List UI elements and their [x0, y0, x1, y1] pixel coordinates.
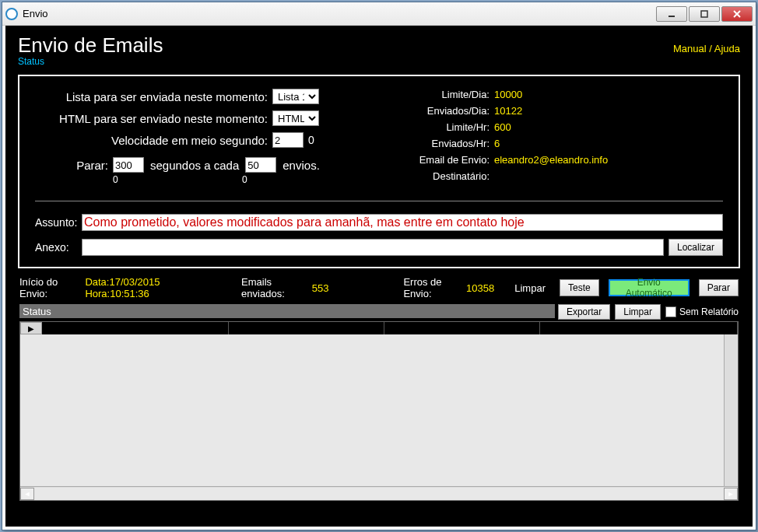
parar-end-text: envios.: [282, 159, 320, 172]
limite-hr-value: 600: [494, 121, 511, 133]
assunto-input[interactable]: [82, 214, 723, 231]
limite-dia-value: 10000: [494, 89, 522, 100]
help-link[interactable]: Manual / Ajuda: [673, 43, 740, 54]
velocidade-label: Velocidade em meio segundo:: [35, 134, 272, 147]
form-column: Lista para ser enviada neste momento: Li…: [35, 89, 370, 187]
teste-button[interactable]: Teste: [560, 279, 599, 296]
parar-sub1: 0: [113, 174, 144, 185]
parar-sub2: 0: [242, 174, 273, 185]
minimize-button[interactable]: [656, 6, 687, 22]
divider: [35, 201, 723, 201]
html-select[interactable]: HTML 1: [272, 110, 319, 126]
parar-mid-text: segundos a cada: [150, 159, 239, 172]
page-title: Envio de Emails: [18, 33, 163, 58]
horizontal-scrollbar[interactable]: ◄ ►: [20, 486, 738, 500]
grid-col-4[interactable]: [540, 322, 738, 334]
stats-column: Limite/Dia:10000 Enviados/Dia:10122 Limi…: [401, 89, 723, 187]
results-grid: ▶ ◄ ►: [19, 321, 739, 501]
status-header: Status: [19, 304, 555, 318]
status-header-label: Status: [23, 306, 51, 317]
enviados-dia-label: Enviados/Dia:: [401, 105, 494, 117]
anexo-label: Anexo:: [35, 241, 82, 254]
limpar-button[interactable]: Limpar: [615, 304, 661, 320]
inicio-label: Início do Envio:: [19, 276, 82, 299]
lista-label: Lista para ser enviada neste momento:: [35, 90, 272, 103]
email-envio-value: eleandro2@eleandro.info: [494, 154, 608, 166]
window-title: Envio: [23, 8, 48, 19]
scroll-right-icon[interactable]: ►: [724, 488, 738, 500]
limpar-link[interactable]: Limpar: [514, 282, 546, 294]
velocidade-input[interactable]: [272, 132, 304, 148]
client-area: Envio de Emails Status Manual / Ajuda Li…: [5, 26, 753, 527]
app-icon: [5, 8, 18, 20]
titlebar: Envio: [2, 2, 756, 26]
info-bar: Início do Envio: Data:17/03/2015 Hora:10…: [19, 276, 739, 299]
config-panel: Lista para ser enviada neste momento: Li…: [18, 75, 740, 268]
scroll-left-icon[interactable]: ◄: [20, 488, 34, 500]
inicio-value: Data:17/03/2015 Hora:10:51:36: [85, 276, 213, 299]
parar-label: Parar:: [35, 159, 113, 172]
enviados-hr-value: 6: [494, 138, 500, 149]
maximize-button[interactable]: [689, 6, 720, 22]
limite-dia-label: Limite/Dia:: [401, 89, 494, 100]
grid-col-2[interactable]: [229, 322, 384, 334]
parar-button[interactable]: Parar: [699, 279, 739, 296]
enviados-label: Emails enviados:: [241, 276, 309, 299]
sem-relatorio-checkbox[interactable]: [665, 306, 676, 317]
grid-col-1[interactable]: [42, 322, 229, 334]
html-label: HTML para ser enviado neste momento:: [35, 112, 272, 125]
envio-automatico-button[interactable]: Envio Automático: [609, 279, 690, 296]
erros-value: 10358: [466, 282, 494, 294]
velocidade-sub: 0: [308, 134, 314, 146]
grid-header: ▶: [20, 322, 738, 334]
erros-label: Erros de Envio:: [403, 276, 463, 299]
row-marker: ▶: [20, 322, 42, 334]
enviados-dia-value: 10122: [494, 105, 522, 117]
email-envio-label: Email de Envio:: [401, 154, 494, 166]
scroll-track[interactable]: [34, 488, 724, 500]
enviados-hr-label: Enviados/Hr:: [401, 138, 494, 149]
status-tag: Status: [18, 56, 163, 67]
exportar-button[interactable]: Exportar: [558, 304, 610, 320]
assunto-label: Assunto:: [35, 216, 82, 229]
parar-count-input[interactable]: [245, 157, 276, 173]
localizar-button[interactable]: Localizar: [669, 239, 723, 256]
close-button[interactable]: [721, 6, 753, 22]
sem-relatorio-label: Sem Relatório: [679, 306, 739, 317]
vertical-scrollbar[interactable]: [724, 334, 738, 486]
destinatario-label: Destinatário:: [401, 170, 494, 182]
enviados-value: 553: [312, 282, 329, 294]
grid-col-3[interactable]: [384, 322, 540, 334]
window-buttons: [654, 6, 753, 22]
parar-seconds-input[interactable]: [113, 157, 144, 173]
app-window: Envio Envio de Emails Status Manual / Aj…: [2, 2, 756, 530]
lista-select[interactable]: Lista 1: [272, 89, 319, 104]
limite-hr-label: Limite/Hr:: [401, 121, 494, 133]
anexo-input[interactable]: [82, 239, 664, 256]
grid-body[interactable]: [20, 334, 738, 486]
svg-rect-1: [701, 11, 707, 17]
